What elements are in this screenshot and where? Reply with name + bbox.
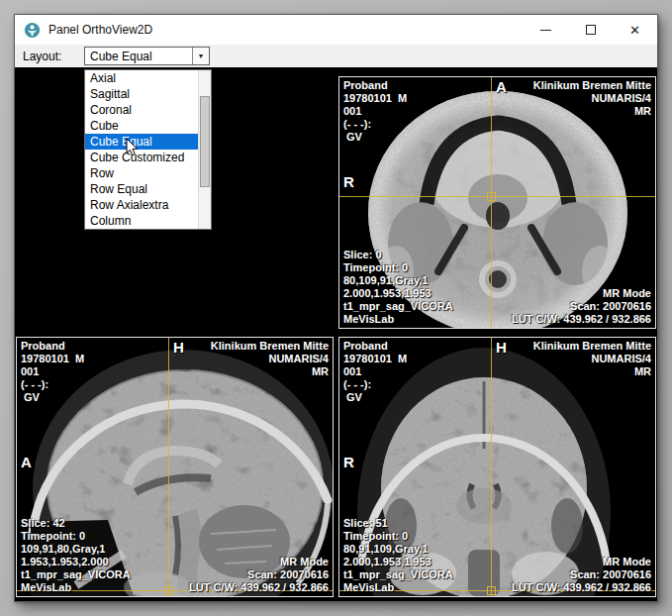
layout-combobox-value: Cube Equal — [85, 48, 192, 64]
orientation-marker-top: A — [496, 79, 507, 95]
crosshair-center-marker[interactable] — [487, 586, 496, 595]
close-icon: ✕ — [629, 24, 640, 37]
crosshair-center-marker[interactable] — [487, 192, 496, 201]
minimize-button[interactable] — [524, 15, 568, 45]
crosshair-vertical-line[interactable] — [491, 338, 492, 596]
mouse-cursor — [126, 138, 139, 156]
maximize-button[interactable] — [568, 15, 613, 45]
dropdown-item-cube-customized[interactable]: Cube Customized — [85, 150, 211, 165]
window-title: Panel OrthoView2D — [48, 23, 524, 37]
dropdown-scrollbar-thumb[interactable] — [200, 96, 210, 187]
dropdown-scrollbar[interactable] — [198, 70, 211, 229]
dropdown-item-sagittal[interactable]: Sagittal — [85, 86, 211, 102]
dropdown-item-row-axialextra[interactable]: Row Axialextra — [85, 197, 211, 213]
dropdown-item-row-equal[interactable]: Row Equal — [85, 181, 211, 197]
dropdown-item-axial[interactable]: Axial — [85, 70, 211, 86]
slice-info-block: Slice: 51Timepoint: 0 80,91,109,Gray,12.… — [343, 517, 453, 594]
layout-combobox-dropdown-button[interactable]: ▼ — [192, 48, 209, 64]
site-info-block: Klinikum Bremen MitteNUMARIS/4MR — [211, 340, 329, 378]
maximize-icon — [586, 25, 596, 35]
panel-window: Panel OrthoView2D ✕ Layout: Cube Equal ▼ — [14, 14, 658, 602]
layout-combobox[interactable]: Cube Equal ▼ — [84, 47, 210, 65]
minimize-icon — [540, 30, 551, 31]
layout-dropdown-list: Axial Sagittal Coronal Cube Cube Equal C… — [84, 69, 212, 230]
dropdown-item-row[interactable]: Row — [85, 165, 211, 181]
scan-info-block: MR ModeScan: 20070616LUT C/W: 439.962 / … — [189, 556, 329, 594]
orientation-marker-top: H — [496, 340, 507, 356]
dropdown-item-column[interactable]: Column — [85, 213, 211, 229]
scan-info-block: MR ModeScan: 20070616LUT C/W: 439.962 / … — [512, 287, 651, 326]
crosshair-vertical-line[interactable] — [491, 77, 492, 328]
patient-info-block: Proband19780101 M 001(- - -): GV — [21, 340, 84, 404]
orientation-marker-top: H — [173, 340, 184, 356]
patient-info-block: Proband19780101 M 001(- - -): GV — [343, 79, 407, 144]
viewport-sagittal[interactable]: Proband19780101 M 001(- - -): GV Kliniku… — [16, 337, 334, 597]
site-info-block: Klinikum Bremen MitteNUMARIS/4MR — [533, 340, 651, 378]
dropdown-item-coronal[interactable]: Coronal — [85, 102, 211, 118]
slice-info-block: Slice: 0Timepoint: 0 80,109,91,Gray,12.0… — [343, 249, 453, 326]
layout-label: Layout: — [23, 50, 61, 63]
dropdown-item-cube-equal[interactable]: Cube Equal — [85, 134, 211, 150]
orientation-marker-side: R — [343, 455, 354, 470]
crosshair-vertical-line[interactable] — [168, 338, 169, 596]
dropdown-item-cube[interactable]: Cube — [85, 118, 211, 134]
title-bar[interactable]: Panel OrthoView2D ✕ — [15, 15, 657, 45]
patient-info-block: Proband19780101 M 001(- - -): GV — [343, 340, 407, 404]
viewport-axial[interactable]: Proband19780101 M 001(- - -): GV Kliniku… — [338, 76, 656, 329]
crosshair-center-marker[interactable] — [164, 586, 173, 595]
site-info-block: Klinikum Bremen MitteNUMARIS/4MR — [533, 79, 651, 118]
viewport-coronal[interactable]: Proband19780101 M 001(- - -): GV Kliniku… — [338, 337, 656, 597]
orientation-marker-side: A — [21, 455, 32, 470]
slice-info-block: Slice: 42Timepoint: 0 109,91,80,Gray,11.… — [21, 517, 131, 594]
orientation-marker-side: R — [343, 174, 354, 190]
crosshair-horizontal-line[interactable] — [339, 196, 655, 197]
close-button[interactable]: ✕ — [613, 15, 657, 45]
chevron-down-icon: ▼ — [198, 52, 205, 59]
app-icon[interactable] — [24, 22, 41, 39]
scan-info-block: MR ModeScan: 20070616LUT C/W: 439.962 / … — [512, 556, 651, 594]
toolbar: Layout: Cube Equal ▼ — [15, 45, 657, 67]
